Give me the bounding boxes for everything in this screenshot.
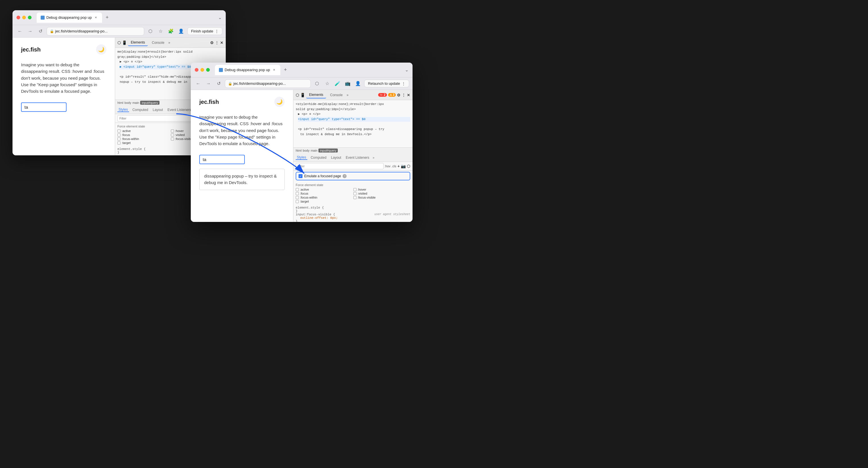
url-bar-1[interactable]: 🔒 jec.fish/demo/disappearing-po...	[46, 27, 144, 35]
breadcrumb-main-1[interactable]: main	[132, 101, 139, 105]
site-title-1: jec.fish 🌙	[21, 45, 106, 55]
finish-update-button[interactable]: Finish update ⋮	[187, 27, 222, 35]
devtools-more-tabs-2[interactable]: »	[347, 93, 348, 97]
more-icon-1[interactable]: ⋮	[215, 40, 219, 45]
extensions-button-1[interactable]: 🧩	[167, 27, 175, 35]
settings-icon-1[interactable]: ⚙	[210, 40, 214, 45]
cast-button-2[interactable]: ⬡	[313, 80, 321, 88]
screenshot-icon-2[interactable]: 📷	[401, 164, 406, 169]
reload-button-2[interactable]: ↺	[215, 80, 223, 88]
checkbox-active-1[interactable]	[117, 129, 121, 133]
minimize-button[interactable]	[22, 16, 26, 19]
page-input-2[interactable]	[199, 155, 245, 164]
bookmark-button-2[interactable]: ☆	[323, 80, 331, 88]
styles-tab-listeners-1[interactable]: Event Listeners	[166, 108, 192, 112]
hov-button-2[interactable]: :hov	[385, 165, 391, 168]
styles-filter-input-1[interactable]	[117, 115, 202, 121]
page-description-2: Imagine you want to debug the dissappear…	[199, 114, 285, 147]
settings-icon-2[interactable]: ⚙	[397, 93, 401, 97]
checkbox-focus-1[interactable]	[117, 134, 121, 137]
checkbox-hover-2[interactable]	[353, 188, 356, 191]
state-focus-within-2: :focus-within	[296, 196, 353, 199]
styles-tab-computed-1[interactable]: Computed	[131, 108, 149, 112]
tab-add-2[interactable]: +	[281, 66, 289, 74]
back-button-1[interactable]: ←	[16, 27, 24, 35]
devtools-tab-console-2[interactable]: Console	[327, 92, 345, 98]
close-button-2[interactable]	[195, 68, 198, 72]
cls-button-2[interactable]: .cls	[392, 165, 396, 168]
styles-tab-listeners-2[interactable]: Event Listeners	[345, 156, 370, 159]
forward-button-2[interactable]: →	[205, 80, 212, 88]
styles-more-2[interactable]: »	[373, 156, 374, 159]
more-icon-styles-2[interactable]: ⬡	[407, 164, 410, 169]
styles-tab-layout-2[interactable]: Layout	[330, 156, 342, 159]
breadcrumb-html-1[interactable]: html	[117, 101, 123, 105]
url-bar-2[interactable]: 🔒 jec.fish/demo/disappearing-po...	[225, 79, 311, 88]
breadcrumb-body-2[interactable]: body	[303, 149, 310, 152]
breadcrumb-html-2[interactable]: html	[296, 149, 302, 152]
checkbox-focus-visible-1[interactable]	[171, 138, 174, 141]
dark-mode-btn-1[interactable]: 🌙	[96, 45, 106, 55]
breadcrumb-body-1[interactable]: body	[125, 101, 131, 105]
tab-dropdown-2[interactable]: ⌄	[405, 67, 408, 72]
code-line-1-2: gray;padding:10px}</style>	[117, 55, 166, 59]
active-tab-1[interactable]: Debug disappearing pop up ✕	[37, 12, 102, 23]
tab-close-1[interactable]: ✕	[94, 16, 98, 20]
more-icon-2[interactable]: ⋮	[402, 93, 406, 97]
maximize-button-2[interactable]	[206, 68, 210, 72]
reload-button-1[interactable]: ↺	[36, 27, 44, 35]
close-devtools-2[interactable]: ✕	[407, 93, 410, 97]
checkbox-target-2[interactable]	[296, 200, 299, 203]
styles-tab-styles-2[interactable]: Styles	[296, 155, 307, 160]
styles-tab-styles-1[interactable]: Styles	[117, 108, 129, 112]
checkbox-focus-visible-2[interactable]	[353, 196, 356, 199]
profile-button-2[interactable]: 👤	[354, 80, 362, 88]
tab-close-2[interactable]: ✕	[272, 68, 276, 72]
close-devtools-1[interactable]: ✕	[220, 40, 223, 45]
breadcrumb-input-2[interactable]: input#query	[318, 148, 338, 152]
devtools-icon-device[interactable]: 📱	[122, 40, 127, 45]
devtools-more-tabs-1[interactable]: »	[168, 41, 170, 45]
devtools-tab-console-1[interactable]: Console	[149, 39, 167, 46]
devtools-panel-2: ⬡ 📱 Elements Console » ⛔ 2 ⚠ 3 ⚙ ⋮ ✕ <st…	[293, 90, 412, 222]
minimize-button-2[interactable]	[200, 68, 204, 72]
dark-mode-btn-2[interactable]: 🌙	[274, 97, 285, 107]
tab-add-1[interactable]: +	[103, 14, 111, 22]
screen-button-2[interactable]: 📺	[344, 80, 352, 88]
add-rule-icon-2[interactable]: +	[398, 164, 400, 169]
emulate-focused-row[interactable]: ✓ Emulate a focused page ?	[296, 172, 410, 180]
breadcrumb-input-1[interactable]: input#query	[140, 101, 159, 105]
checkbox-focus-within-1[interactable]	[117, 138, 121, 141]
breadcrumb-main-2[interactable]: main	[311, 149, 317, 152]
devtools-icon-device-2[interactable]: 📱	[300, 93, 305, 97]
close-button[interactable]	[17, 16, 20, 19]
forward-button-1[interactable]: →	[26, 27, 34, 35]
page-input-1[interactable]	[21, 103, 66, 112]
active-tab-2[interactable]: Debug disappearing pop up ✕	[215, 65, 280, 75]
cast-button-1[interactable]: ⬡	[147, 27, 154, 35]
devtools-icon-inspect[interactable]: ⬡	[117, 40, 121, 45]
profile-button-1[interactable]: 👤	[177, 27, 185, 35]
checkbox-target-1[interactable]	[117, 141, 121, 145]
checkbox-visited-1[interactable]	[171, 134, 174, 137]
checkbox-active-2[interactable]	[296, 188, 299, 191]
extensions-button-2[interactable]: 🧪	[334, 80, 341, 88]
emulate-focused-checkbox[interactable]: ✓	[299, 174, 303, 178]
styles-tab-computed-2[interactable]: Computed	[310, 156, 328, 159]
checkbox-focus-2[interactable]	[296, 192, 299, 195]
back-button-2[interactable]: ←	[194, 80, 202, 88]
checkbox-hover-1[interactable]	[171, 129, 174, 133]
styles-filter-input-2[interactable]	[296, 163, 383, 169]
tab-dropdown-1[interactable]: ⌄	[218, 15, 222, 20]
bookmark-button-1[interactable]: ☆	[157, 27, 165, 35]
emulate-info-icon[interactable]: ?	[343, 174, 347, 178]
address-bar-1: ← → ↺ 🔒 jec.fish/demo/disappearing-po...…	[12, 25, 226, 37]
styles-tab-layout-1[interactable]: Layout	[152, 108, 164, 112]
checkbox-focus-within-2[interactable]	[296, 196, 299, 199]
maximize-button[interactable]	[28, 16, 32, 19]
devtools-icon-inspect-2[interactable]: ⬡	[296, 93, 299, 97]
checkbox-visited-2[interactable]	[353, 192, 356, 195]
devtools-tab-elements-1[interactable]: Elements	[128, 39, 148, 46]
relaunch-button[interactable]: Relaunch to update ⋮	[364, 80, 409, 87]
devtools-tab-elements-2[interactable]: Elements	[306, 92, 326, 98]
